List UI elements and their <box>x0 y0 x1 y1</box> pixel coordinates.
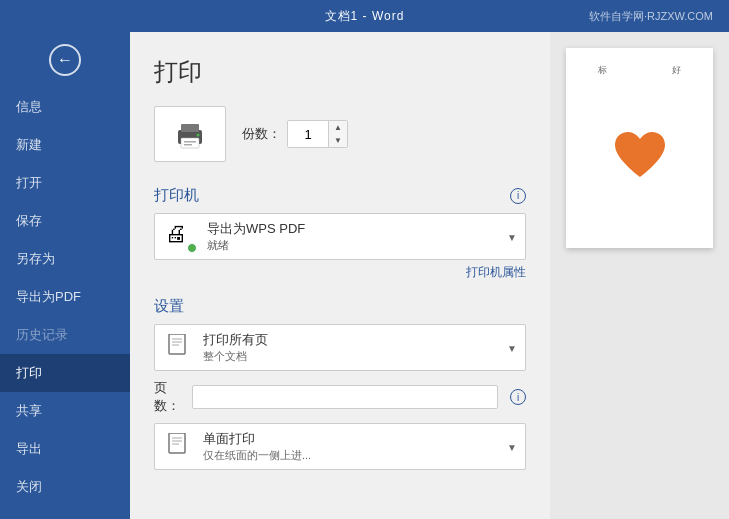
pages-label: 页数： <box>154 379 184 415</box>
sidebar-item-info[interactable]: 信息 <box>0 88 130 126</box>
printer-properties-link[interactable]: 打印机属性 <box>154 264 526 281</box>
single-side-dropdown[interactable]: 单面打印 仅在纸面的一侧上进... ▼ <box>154 423 526 470</box>
sidebar-item-share[interactable]: 共享 <box>0 392 130 430</box>
settings-section-header: 设置 <box>154 297 526 316</box>
preview-heart <box>610 129 670 187</box>
printer-info-icon[interactable]: i <box>510 188 526 204</box>
printer-status-dot <box>187 243 197 253</box>
main-layout: ← 信息新建打开保存另存为导出为PDF历史记录打印共享导出关闭 打印 <box>0 32 729 519</box>
svg-rect-6 <box>169 334 185 354</box>
printer-status: 就绪 <box>207 238 305 253</box>
svg-rect-3 <box>184 141 196 143</box>
preview-panel: 标 好 <box>550 32 729 519</box>
back-circle-icon: ← <box>49 44 81 76</box>
printer-section-label: 打印机 <box>154 186 199 205</box>
sidebar-item-print[interactable]: 打印 <box>0 354 130 392</box>
svg-rect-1 <box>181 124 199 132</box>
printer-name: 导出为WPS PDF <box>207 220 305 238</box>
single-side-desc: 仅在纸面的一侧上进... <box>203 448 515 463</box>
print-panel: 打印 份数： <box>130 32 550 519</box>
printer-dropdown[interactable]: 🖨 导出为WPS PDF 就绪 ▼ <box>154 213 526 260</box>
printer-icon <box>172 116 208 152</box>
printer-section-header: 打印机 i <box>154 186 526 205</box>
sidebar-item-save[interactable]: 保存 <box>0 202 130 240</box>
title-bar-watermark: 软件自学网·RJZXW.COM <box>589 9 713 24</box>
print-pages-dropdown[interactable]: 打印所有页 整个文档 ▼ <box>154 324 526 371</box>
pages-dropdown-arrow: ▼ <box>507 342 517 353</box>
title-bar: 文档1 - Word 软件自学网·RJZXW.COM <box>0 0 729 32</box>
printer-info: 导出为WPS PDF 就绪 <box>207 220 305 253</box>
back-button[interactable]: ← <box>0 32 130 88</box>
single-side-icon <box>165 433 193 461</box>
pages-info-icon[interactable]: i <box>510 389 526 405</box>
printer-section: 打印机 i 🖨 导出为WPS PDF 就绪 ▼ <box>154 186 526 281</box>
copies-control: 份数： ▲ ▼ <box>242 120 348 148</box>
copies-input-wrap: ▲ ▼ <box>287 120 348 148</box>
single-side-label: 单面打印 <box>203 430 515 448</box>
content-area: 打印 份数： <box>130 32 729 519</box>
copies-up-button[interactable]: ▲ <box>329 121 347 134</box>
svg-rect-10 <box>169 433 185 453</box>
preview-labels: 标 好 <box>566 64 713 77</box>
single-side-dropdown-arrow: ▼ <box>507 441 517 452</box>
copies-spinner: ▲ ▼ <box>328 121 347 147</box>
copies-input[interactable] <box>288 121 328 147</box>
settings-section-label: 设置 <box>154 297 184 316</box>
preview-label-right: 好 <box>672 64 681 77</box>
pages-row: 页数： i <box>154 379 526 415</box>
single-side-text: 单面打印 仅在纸面的一侧上进... <box>203 430 515 463</box>
printer-mini-icon: 🖨 <box>165 221 187 246</box>
print-all-pages-label: 打印所有页 <box>203 331 515 349</box>
sidebar: ← 信息新建打开保存另存为导出为PDF历史记录打印共享导出关闭 <box>0 32 130 519</box>
sidebar-item-close[interactable]: 关闭 <box>0 468 130 506</box>
sidebar-item-exportpdf[interactable]: 导出为PDF <box>0 278 130 316</box>
printer-icon-wrap: 🖨 <box>165 221 197 253</box>
print-title: 打印 <box>154 56 526 88</box>
print-button-row: 份数： ▲ ▼ <box>154 106 526 162</box>
pages-input[interactable] <box>201 390 489 404</box>
preview-label-left: 标 <box>598 64 607 77</box>
print-button[interactable] <box>154 106 226 162</box>
copies-down-button[interactable]: ▼ <box>329 134 347 147</box>
sidebar-item-open[interactable]: 打开 <box>0 164 130 202</box>
svg-rect-2 <box>181 138 199 148</box>
preview-page: 标 好 <box>566 48 713 248</box>
title-bar-text: 文档1 - Word <box>325 8 405 25</box>
copies-label: 份数： <box>242 125 281 143</box>
printer-dropdown-arrow: ▼ <box>507 231 517 242</box>
settings-section: 设置 打印所有页 <box>154 297 526 470</box>
print-all-pages-desc: 整个文档 <box>203 349 515 364</box>
print-pages-text: 打印所有页 整个文档 <box>203 331 515 364</box>
sidebar-item-saveas[interactable]: 另存为 <box>0 240 130 278</box>
sidebar-item-export[interactable]: 导出 <box>0 430 130 468</box>
pages-input-wrap <box>192 385 498 409</box>
svg-point-5 <box>197 134 200 137</box>
pages-icon <box>165 334 193 362</box>
svg-rect-4 <box>184 144 192 146</box>
sidebar-item-history: 历史记录 <box>0 316 130 354</box>
sidebar-item-new[interactable]: 新建 <box>0 126 130 164</box>
